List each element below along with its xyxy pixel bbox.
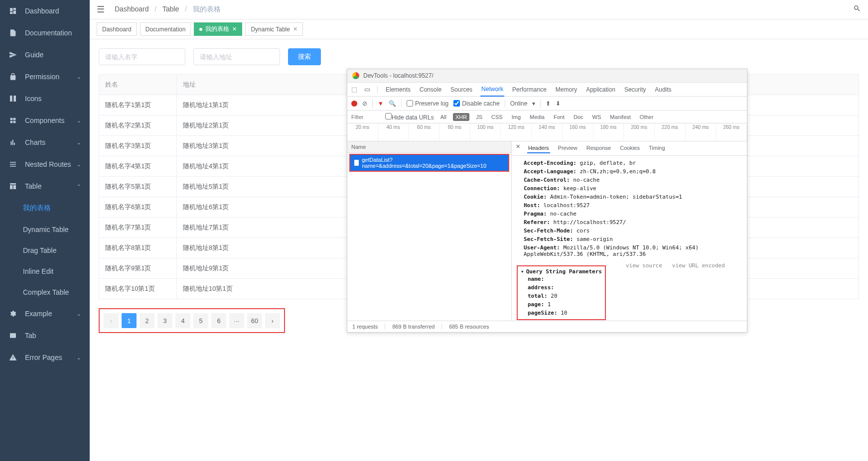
sidebar-item-doc[interactable]: Documentation bbox=[0, 22, 90, 44]
devtools-tab[interactable]: Memory bbox=[555, 83, 578, 96]
sidebar-subitem[interactable]: Inline Edit bbox=[0, 261, 90, 282]
search-network-icon[interactable]: 🔍 bbox=[389, 100, 396, 107]
close-icon[interactable]: ✕ bbox=[232, 26, 237, 32]
sidebar-item-example[interactable]: Example⌄ bbox=[0, 303, 90, 325]
svg-rect-1 bbox=[13, 96, 16, 102]
error-icon bbox=[9, 353, 18, 361]
filter-type-tab[interactable]: XHR bbox=[453, 113, 469, 121]
breadcrumb-item[interactable]: Dashboard bbox=[115, 5, 149, 13]
timeline-tick: 140 ms bbox=[532, 123, 563, 141]
filter-icon[interactable]: ▼ bbox=[378, 100, 384, 107]
sidebar-item-components[interactable]: Components⌄ bbox=[0, 110, 90, 131]
sidebar-subitem[interactable]: Drag Table bbox=[0, 240, 90, 261]
svg-rect-3 bbox=[10, 333, 16, 338]
close-icon[interactable]: ✕ bbox=[293, 26, 297, 32]
devtools-tab[interactable]: Console bbox=[419, 83, 442, 96]
timeline-tick: 20 ms bbox=[347, 123, 378, 141]
sidebar-item-label: Tab bbox=[25, 332, 36, 340]
detail-tab[interactable]: Headers bbox=[527, 143, 550, 153]
inspect-icon[interactable]: ⬚ bbox=[351, 86, 357, 93]
clear-icon[interactable]: ⊘ bbox=[362, 100, 367, 107]
devtools-tab[interactable]: Network bbox=[480, 83, 504, 97]
preserve-log-checkbox[interactable]: Preserve log bbox=[407, 100, 448, 107]
pager-page[interactable]: 3 bbox=[157, 313, 172, 328]
tab[interactable]: Documentation bbox=[140, 22, 191, 36]
download-icon[interactable]: ⬇ bbox=[556, 100, 561, 107]
detail-tab[interactable]: Preview bbox=[557, 143, 579, 153]
device-icon[interactable]: ▭ bbox=[364, 86, 370, 93]
close-icon[interactable]: ✕ bbox=[516, 143, 520, 153]
sidebar-item-lock[interactable]: Permission⌄ bbox=[0, 66, 90, 88]
view-source-link[interactable]: view source bbox=[626, 262, 662, 269]
name-input[interactable] bbox=[99, 48, 185, 65]
pager-page[interactable]: 2 bbox=[140, 313, 154, 328]
sidebar-item-plane[interactable]: Guide bbox=[0, 44, 90, 66]
filter-type-tab[interactable]: WS bbox=[590, 113, 604, 121]
chevron-down-icon: ⌄ bbox=[77, 162, 81, 167]
header-line: Cookie: Admin-Token=admin-token; sidebar… bbox=[517, 193, 742, 201]
example-icon bbox=[9, 310, 18, 318]
pager-page[interactable]: 1 bbox=[122, 313, 137, 328]
view-url-encoded-link[interactable]: view URL encoded bbox=[672, 262, 725, 269]
sidebar-subitem[interactable]: 我的表格 bbox=[0, 197, 90, 219]
devtools-tab[interactable]: Application bbox=[585, 83, 616, 96]
pager-page[interactable]: 4 bbox=[175, 313, 190, 328]
filter-type-tab[interactable]: JS bbox=[473, 113, 485, 121]
sidebar-item-tab[interactable]: Tab bbox=[0, 325, 90, 346]
devtools-tab[interactable]: Sources bbox=[449, 83, 473, 96]
sidebar-item-label: Icons bbox=[25, 95, 41, 103]
devtools-tab[interactable]: Elements bbox=[385, 83, 412, 96]
sidebar-subitem[interactable]: Complex Table bbox=[0, 282, 90, 303]
status-item: 685 B resources bbox=[449, 324, 489, 330]
detail-tab[interactable]: Timing bbox=[648, 143, 666, 153]
filter-type-tab[interactable]: Other bbox=[637, 113, 656, 121]
breadcrumb-item[interactable]: Table bbox=[162, 5, 179, 13]
filter-type-tab[interactable]: Img bbox=[509, 113, 523, 121]
devtools-titlebar[interactable]: DevTools - localhost:9527/ bbox=[347, 69, 747, 83]
detail-tab[interactable]: Response bbox=[585, 143, 612, 153]
devtools-tab[interactable]: Security bbox=[623, 83, 647, 96]
network-request-row[interactable]: getDataList?name=&address=&total=20&page… bbox=[349, 154, 509, 172]
chevron-up-icon: ⌃ bbox=[77, 184, 81, 189]
filter-type-tab[interactable]: Manifest bbox=[607, 113, 633, 121]
search-icon[interactable] bbox=[853, 4, 861, 15]
hamburger-icon[interactable]: ☰ bbox=[97, 4, 105, 15]
name-column-header[interactable]: Name bbox=[347, 141, 511, 153]
record-icon[interactable] bbox=[351, 101, 357, 107]
qs-param: page: 1 bbox=[521, 300, 602, 309]
filter-type-tab[interactable]: Media bbox=[527, 113, 547, 121]
search-button[interactable]: 搜索 bbox=[288, 48, 321, 65]
disable-cache-checkbox[interactable]: Disable cache bbox=[453, 100, 499, 107]
pager-page[interactable]: 6 bbox=[211, 313, 226, 328]
pager-page[interactable]: 5 bbox=[193, 313, 208, 328]
detail-tab[interactable]: Cookies bbox=[619, 143, 641, 153]
online-select[interactable]: Online ▾ bbox=[510, 100, 536, 107]
sidebar-subitem[interactable]: Dynamic Table bbox=[0, 219, 90, 240]
devtools-tab[interactable]: Performance bbox=[511, 83, 548, 96]
filter-type-tab[interactable]: Doc bbox=[571, 113, 586, 121]
sidebar-item-error[interactable]: Error Pages⌄ bbox=[0, 346, 90, 368]
tab[interactable]: Dashboard bbox=[97, 22, 137, 36]
pager-prev[interactable]: ‹ bbox=[104, 313, 119, 328]
sidebar-item-label: Table bbox=[25, 182, 41, 190]
cell-name: 随机名字4第1页 bbox=[99, 156, 177, 176]
filter-type-tab[interactable]: All bbox=[438, 113, 449, 121]
header-line: Connection: keep-alive bbox=[517, 184, 742, 193]
sidebar-item-dashboard[interactable]: Dashboard bbox=[0, 0, 90, 22]
upload-icon[interactable]: ⬆ bbox=[546, 100, 551, 107]
devtools-tab[interactable]: Audits bbox=[654, 83, 672, 96]
pager-next[interactable]: › bbox=[265, 313, 280, 328]
hide-urls-checkbox[interactable]: Hide data URLs bbox=[385, 113, 434, 121]
address-input[interactable] bbox=[193, 48, 280, 65]
sidebar-item-table[interactable]: Table⌃ bbox=[0, 175, 90, 197]
filter-type-tab[interactable]: Font bbox=[551, 113, 567, 121]
sidebar-item-icons[interactable]: Icons bbox=[0, 88, 90, 110]
filter-type-tab[interactable]: CSS bbox=[489, 113, 505, 121]
tab[interactable]: 我的表格✕ bbox=[194, 22, 242, 36]
pager-page[interactable]: ··· bbox=[229, 313, 244, 328]
tab[interactable]: Dynamic Table✕ bbox=[245, 22, 302, 36]
sidebar-item-nested[interactable]: Nested Routes⌄ bbox=[0, 153, 90, 175]
pager-page[interactable]: 60 bbox=[247, 313, 262, 328]
sidebar-item-charts[interactable]: Charts⌄ bbox=[0, 131, 90, 153]
filter-input[interactable] bbox=[351, 114, 381, 120]
